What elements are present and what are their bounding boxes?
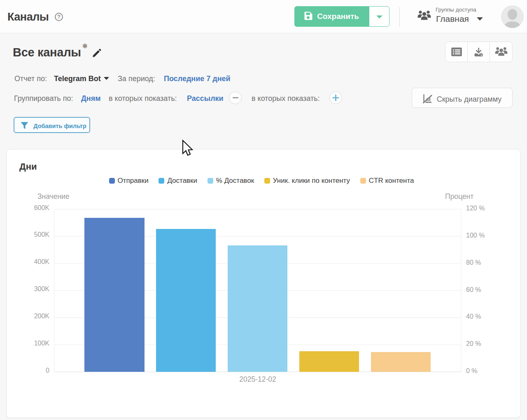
svg-text:2025-12-02: 2025-12-02 — [239, 375, 276, 383]
svg-text:0 %: 0 % — [466, 367, 478, 374]
svg-text:400K: 400K — [34, 258, 50, 265]
svg-text:100 %: 100 % — [466, 232, 485, 239]
svg-text:0: 0 — [46, 367, 49, 374]
svg-text:40 %: 40 % — [466, 313, 481, 320]
svg-text:600K: 600K — [34, 204, 50, 211]
svg-text:20 %: 20 % — [466, 340, 481, 347]
svg-text:300K: 300K — [34, 285, 50, 292]
svg-text:60 %: 60 % — [466, 286, 481, 293]
svg-text:Процент: Процент — [445, 192, 473, 201]
svg-text:200K: 200K — [34, 313, 50, 320]
svg-text:100K: 100K — [34, 340, 50, 347]
svg-text:Значение: Значение — [37, 192, 70, 201]
svg-text:80 %: 80 % — [466, 259, 481, 266]
svg-text:120 %: 120 % — [466, 205, 485, 212]
svg-text:500K: 500K — [34, 231, 50, 238]
